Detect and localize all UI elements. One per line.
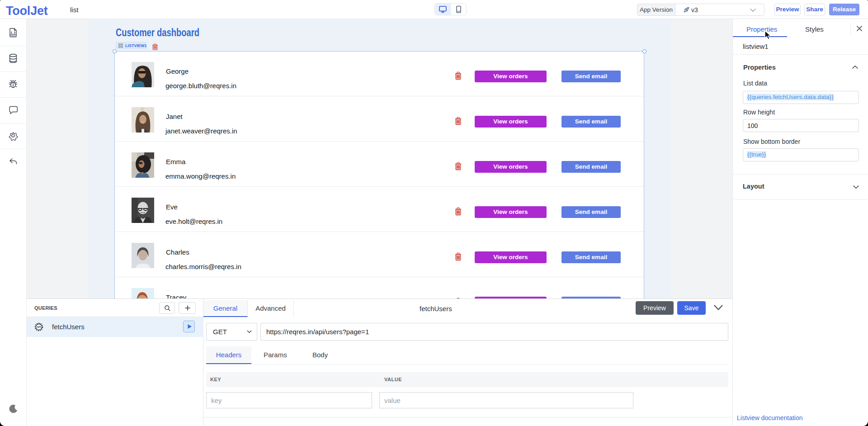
svg-text:API: API bbox=[37, 326, 41, 328]
